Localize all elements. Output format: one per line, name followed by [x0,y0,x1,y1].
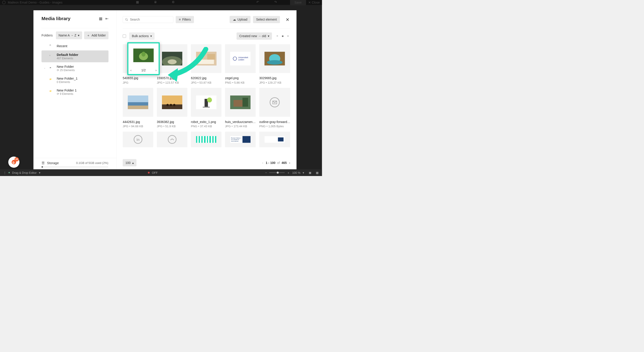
chevron-down-icon: ▾ [150,34,152,38]
file-thumbnail [157,132,188,147]
add-folder-button[interactable]: ＋Add folder [84,32,108,39]
home-icon: ⌂ [50,54,54,58]
select-element-button[interactable]: Select element [253,16,280,23]
folder-item[interactable]: 📁New Folder 1⟳9 Elements [42,86,109,98]
select-all-checkbox[interactable] [123,34,126,38]
file-sort-dropdown[interactable]: Created new → old▾ [237,32,272,40]
file-card[interactable]: 3029665.jpgJPG•129.27 KB [259,44,290,84]
file-card[interactable]: Bumper helpt jeom schade teverminderen [225,132,256,147]
grid-view-icon[interactable]: ▦ [99,16,102,21]
file-name: 540655.jpg [123,76,154,80]
zoom-out-icon[interactable]: − [265,171,267,174]
off-label: OFF [152,171,158,174]
page-size-dropdown[interactable]: 100▴ [123,159,136,166]
clock-icon: ◷ [50,44,54,48]
svg-rect-6 [198,60,214,64]
file-meta: PNG•1,005 Bytes [259,124,290,128]
pagination: ‹ 1 - 100 of 465 › [262,161,290,164]
file-thumbnail [259,132,290,147]
file-meta: JPG•51.9 KB [157,124,188,128]
file-card[interactable]: robot_exito_1.pngPNG•37.43 KB [191,88,222,128]
view-list-icon[interactable]: ☰ [275,34,280,38]
folder-icon: 📁 [50,90,54,94]
file-thumbnail: in [123,132,154,147]
close-modal-button[interactable]: ✕ [285,16,290,23]
layout-icon[interactable]: ▦ [316,171,319,174]
svg-point-19 [173,104,175,106]
folders-label: Folders [42,34,53,37]
add-folder-label: Add folder [92,34,106,37]
file-card[interactable]: in [123,132,154,147]
file-card[interactable]: 1590570.jpgJPG•123.57 KB [157,44,188,84]
folder-name: New Folder 1 [57,88,77,92]
file-meta: JPG•173.44 KB [225,124,256,128]
folder-subtitle: 0 Elements [57,80,78,84]
help-badge-count: 33 [14,157,19,162]
highlight-next-icon[interactable]: › [156,68,156,72]
file-meta: JPG [123,81,154,84]
file-name: robot_exito_1.png [191,120,222,124]
file-name: huis_verduurzamen… [225,120,256,124]
svg-rect-7 [207,54,215,60]
folder-sort-label: Name A → Z [58,34,76,37]
svg-line-1 [127,20,128,21]
file-name: 1590570.jpg [157,76,188,80]
folder-sort-dropdown[interactable]: Name A → Z▾ [56,32,82,39]
prev-page-button[interactable]: ‹ [262,161,263,164]
menu-icon[interactable]: ⋮ [3,171,6,174]
collapse-sidebar-icon[interactable]: ⇤ [105,16,108,21]
file-card[interactable] [157,132,188,147]
folder-subtitle: ⟳9 Elements [57,92,77,96]
file-card[interactable] [191,132,222,147]
pagination-of: of [277,161,280,164]
file-card[interactable] [259,132,290,147]
file-card[interactable]: outline-gray-forward…PNG•1,005 Bytes [259,88,290,128]
file-card[interactable]: UniversiteitLeidenzegel.pngPNG•5.86 KB [225,44,256,84]
file-card[interactable]: 620822.jpgJPG•53.87 KB [191,44,222,84]
file-name: 4442631.jpg [123,120,154,124]
expand-icon[interactable]: › [44,67,47,69]
filters-button[interactable]: ≡Filters [176,16,194,23]
media-library-modal: Media library ▦ ⇤ Folders Name A → Z▾ ＋A… [34,10,296,171]
file-card[interactable]: 4442631.jpgJPG•94.68 KB [123,88,154,128]
filters-label: Filters [182,18,191,21]
highlight-page-indicator: 1/2 [141,68,146,72]
search-input[interactable] [130,18,171,21]
view-grid-small-icon[interactable]: ⊞ [286,34,290,38]
svg-point-4 [168,60,176,64]
svg-point-11 [267,60,282,65]
svg-rect-14 [128,106,148,109]
upload-icon: ☁ [233,18,236,22]
chevron-down-icon[interactable]: ▾ [39,171,40,174]
upload-button[interactable]: ☁Upload [230,16,250,23]
svg-rect-16 [162,104,182,109]
svg-rect-26 [242,98,248,107]
svg-point-8 [233,57,237,60]
zoom-in-icon[interactable]: ＋ [287,171,290,175]
help-badge[interactable]: g. 33 [8,156,20,168]
folder-subtitle: 467 Elements [57,57,78,60]
file-card[interactable]: huis_verduurzamen…JPG•173.44 KB [225,88,256,128]
chevron-down-icon: ▾ [268,34,269,38]
highlighted-thumbnail[interactable]: ‹ 1/2 › [127,42,160,75]
highlight-prev-icon[interactable]: ‹ [130,68,132,72]
file-thumbnail [259,44,290,73]
view-grid-large-icon[interactable]: ▦ [280,34,285,38]
folder-item[interactable]: ›☁New Folder⟳25 Elements [42,62,109,74]
page-size-label: 100 [126,161,131,164]
next-page-button[interactable]: › [289,161,290,164]
svg-point-31 [168,136,176,144]
file-thumbnail: Bumper helpt jeom schade teverminderen [225,132,256,147]
svg-point-0 [126,18,127,20]
bulk-actions-dropdown[interactable]: Bulk actions▾ [129,32,154,40]
folder-item[interactable]: ⌂Default folder467 Elements [42,50,109,62]
fit-icon[interactable]: ▣ [309,171,312,174]
folder-item[interactable]: 📁New Folder_10 Elements [42,74,109,86]
file-card[interactable]: 3936382.jpgJPG•51.9 KB [157,88,188,128]
chevron-down-icon[interactable]: ▾ [303,171,304,174]
folder-item[interactable]: ◷Recent [42,42,109,50]
search-input-wrapper[interactable] [123,16,173,23]
file-name: 620822.jpg [191,76,222,80]
sidebar: Media library ▦ ⇤ Folders Name A → Z▾ ＋A… [34,10,116,171]
file-thumbnail [191,88,222,117]
